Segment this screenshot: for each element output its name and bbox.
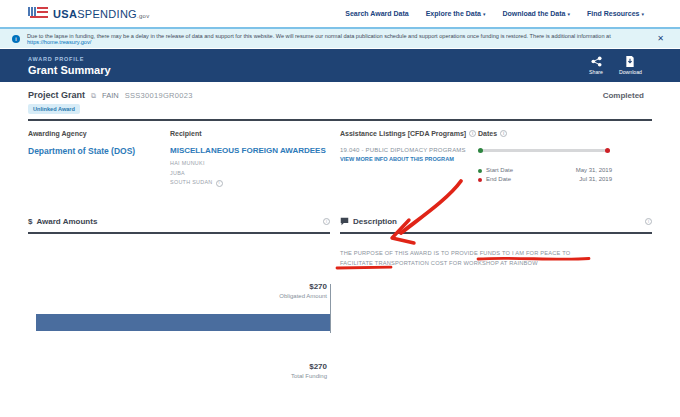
dates-label: Datesi <box>478 130 652 137</box>
treasury-link[interactable]: https://home.treasury.gov/ <box>27 39 91 45</box>
obligated-amount-category: Obligated Amount <box>279 293 327 299</box>
award-type: Project Grant <box>28 90 85 100</box>
obligated-amount-label: $270 Obligated Amount <box>279 282 327 299</box>
status-badge: Completed <box>603 91 644 100</box>
page-title: Grant Summary <box>28 64 111 76</box>
assistance-listings-label: Assistance Listings [CFDA Programs]i <box>340 130 478 137</box>
nav-find-resources[interactable]: Find Resources▾ <box>587 10 644 17</box>
usaspending-logo[interactable]: USASPENDING.gov <box>28 5 150 23</box>
speech-bubble-icon <box>340 217 349 226</box>
info-icon[interactable]: i <box>469 130 476 137</box>
section-headers: $Award Amounts i Description i <box>28 217 652 234</box>
grant-summary-page: USASPENDING.gov Search Award Data Explor… <box>0 0 680 417</box>
dollar-icon: $ <box>28 217 32 226</box>
top-navigation-bar: USASPENDING.gov Search Award Data Explor… <box>0 0 680 27</box>
info-icon[interactable]: i <box>323 218 330 225</box>
share-label: Share <box>589 69 603 75</box>
dates-section: Datesi Start Date May 31, 2019 End Date … <box>478 130 652 188</box>
cfda-program: 19.040 - PUBLIC DIPLOMACY PROGRAMS <box>340 147 478 153</box>
awarding-agency-label: Awarding Agency <box>28 130 170 137</box>
download-label: Download <box>619 69 642 75</box>
end-date-bullet-icon <box>478 178 482 182</box>
fain-label: FAIN <box>102 91 119 100</box>
description-header: Description i <box>340 217 652 234</box>
award-identifier: Project Grant ⧉ FAIN SSS30019GR0023 <box>28 90 193 100</box>
address-line: HAI MUNUKI <box>170 159 340 169</box>
end-date-row: End Date Jul 31, 2019 <box>478 175 612 184</box>
info-icon[interactable]: i <box>216 180 223 187</box>
chart-axis-line <box>330 284 331 333</box>
share-button[interactable]: Share <box>589 56 603 75</box>
start-date-label: Start Date <box>486 166 513 175</box>
total-funding-category: Total Funding <box>291 373 327 379</box>
awarding-agency-link[interactable]: Department of State (DOS) <box>28 146 170 156</box>
award-amounts-title: $Award Amounts <box>28 217 97 226</box>
page-header: AWARD PROFILE Grant Summary Share Downlo… <box>0 49 680 82</box>
total-funding-label: $270 Total Funding <box>291 362 327 379</box>
download-button[interactable]: Download <box>619 56 642 75</box>
chevron-down-icon: ▾ <box>641 11 644 17</box>
recipient-link[interactable]: MISCELLANEOUS FOREIGN AWARDEES <box>170 146 340 155</box>
cfda-more-info-link[interactable]: VIEW MORE INFO ABOUT THIS PROGRAM <box>340 156 478 162</box>
award-identifier-row: Project Grant ⧉ FAIN SSS30019GR0023 Comp… <box>28 90 644 100</box>
share-icon <box>591 56 602 67</box>
awarding-agency-section: Awarding Agency Department of State (DOS… <box>28 130 170 188</box>
total-funding-value: $270 <box>291 362 327 371</box>
dates-legend: Start Date May 31, 2019 End Date Jul 31,… <box>478 166 612 185</box>
info-icon: i <box>12 35 20 43</box>
info-icon[interactable]: i <box>500 130 507 137</box>
award-amounts-chart: $270 Obligated Amount $270 Total Funding <box>28 282 331 394</box>
obligated-bar[interactable] <box>36 314 330 331</box>
timeline-end-dot <box>605 148 610 153</box>
obligated-amount-value: $270 <box>279 282 327 291</box>
award-overview: Awarding Agency Department of State (DOS… <box>28 130 652 188</box>
start-date-value: May 31, 2019 <box>576 166 612 175</box>
copy-icon[interactable]: ⧉ <box>91 92 96 100</box>
award-amounts-header: $Award Amounts i <box>28 217 330 234</box>
download-icon <box>625 56 635 67</box>
main-nav: Search Award Data Explore the Data▾ Down… <box>345 10 644 17</box>
recipient-address: HAI MUNUKI JUBA SOUTH SUDANi <box>170 159 340 188</box>
start-date-row: Start Date May 31, 2019 <box>478 166 612 175</box>
recipient-section: Recipient MISCELLANEOUS FOREIGN AWARDEES… <box>170 130 340 188</box>
close-icon[interactable]: ✕ <box>653 34 668 43</box>
description-title: Description <box>340 217 397 226</box>
address-line: SOUTH SUDANi <box>170 178 340 188</box>
chevron-down-icon: ▾ <box>567 11 570 17</box>
nav-search-award-data[interactable]: Search Award Data <box>345 10 408 17</box>
info-icon[interactable]: i <box>645 218 652 225</box>
brand-text: USASPENDING.gov <box>53 8 150 20</box>
chevron-down-icon: ▾ <box>483 11 486 17</box>
fain-value: SSS30019GR0023 <box>125 91 193 100</box>
funding-lapse-banner: i Due to the lapse in funding, there may… <box>0 27 680 48</box>
nav-explore-the-data[interactable]: Explore the Data▾ <box>426 10 486 17</box>
page-header-titles: AWARD PROFILE Grant Summary <box>28 56 111 76</box>
award-profile-eyebrow: AWARD PROFILE <box>28 56 111 62</box>
timeline-track <box>478 149 610 152</box>
assistance-listings-section: Assistance Listings [CFDA Programs]i 19.… <box>340 130 478 188</box>
address-line: JUBA <box>170 169 340 179</box>
header-actions: Share Download <box>589 56 642 75</box>
award-description-text: THE PURPOSE OF THIS AWARD IS TO PROVIDE … <box>340 248 602 269</box>
dates-timeline <box>478 148 610 153</box>
recipient-label: Recipient <box>170 130 340 137</box>
banner-message: Due to the lapse in funding, there may b… <box>27 33 646 45</box>
timeline-start-dot <box>478 148 483 153</box>
nav-download-the-data[interactable]: Download the Data▾ <box>502 10 570 17</box>
divider <box>28 119 652 121</box>
unlinked-award-badge: Unlinked Award <box>28 104 80 114</box>
flag-icon <box>28 5 48 23</box>
start-date-bullet-icon <box>478 169 482 173</box>
end-date-value: Jul 31, 2019 <box>579 175 612 184</box>
end-date-label: End Date <box>486 175 511 184</box>
